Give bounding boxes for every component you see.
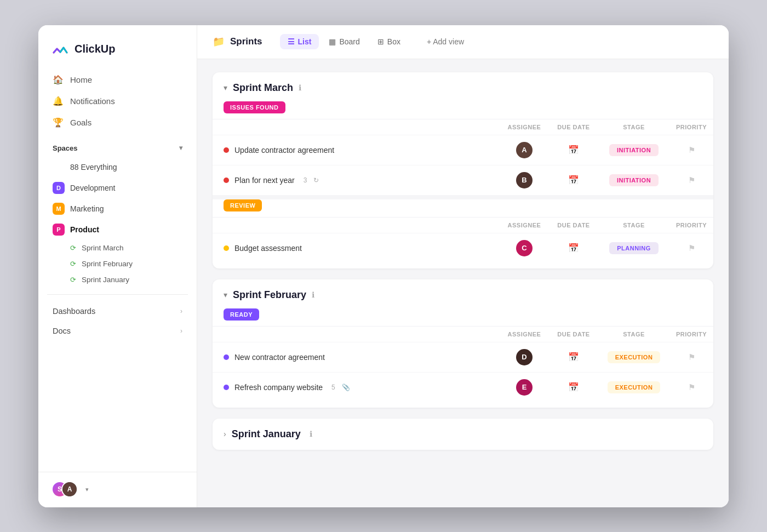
- col-duedate-header: DUE DATE: [549, 119, 598, 135]
- due-date-cell[interactable]: 📅: [549, 372, 598, 402]
- col-assignee-header: ASSIGNEE: [500, 326, 549, 342]
- sprint-march-review-table: ASSIGNEE DUE DATE STAGE PRIORITY: [213, 217, 713, 263]
- sidebar-bottom: S A ▾: [38, 472, 197, 507]
- app-window: ClickUp 🏠 Home 🔔 Notifications 🏆 Goals S…: [38, 25, 729, 507]
- sidebar-item-marketing-label: Marketing: [70, 204, 104, 213]
- sidebar-item-dashboards[interactable]: Dashboards ›: [38, 301, 197, 321]
- table-row[interactable]: Refresh company website 5 📎 E 📅 EXECUTI: [213, 372, 713, 402]
- col-task-name: [213, 326, 500, 342]
- due-date-cell[interactable]: 📅: [549, 233, 598, 263]
- tab-board[interactable]: ▦ Board: [321, 34, 367, 49]
- sprint-february-collapse-btn[interactable]: ▾: [224, 290, 227, 299]
- assignee-cell: A: [500, 135, 549, 165]
- sidebar-item-everything[interactable]: ⊞ 88 Everything: [45, 157, 190, 178]
- product-avatar: P: [53, 224, 65, 236]
- stage-cell: INITIATION: [598, 135, 669, 165]
- bell-icon: 🔔: [53, 96, 64, 106]
- col-duedate-header: DUE DATE: [549, 217, 598, 233]
- marketing-avatar: M: [53, 203, 65, 215]
- assignee-cell: B: [500, 165, 549, 195]
- priority-cell[interactable]: ⚑: [669, 342, 713, 372]
- sidebar-sub-sprint-march-label: Sprint March: [82, 244, 124, 252]
- task-dot: [224, 178, 229, 183]
- col-task-name: [213, 119, 500, 135]
- sprint-march-issues-table: ASSIGNEE DUE DATE STAGE PRIORITY: [213, 119, 713, 195]
- sidebar-item-docs[interactable]: Docs ›: [38, 321, 197, 341]
- due-date-cell[interactable]: 📅: [549, 135, 598, 165]
- priority-cell[interactable]: ⚑: [669, 372, 713, 402]
- dev-avatar: D: [53, 182, 65, 194]
- sidebar-item-development[interactable]: D Development: [45, 178, 190, 198]
- col-stage-header: STAGE: [598, 119, 669, 135]
- sidebar-item-home[interactable]: 🏠 Home: [45, 69, 190, 90]
- page-title-area: 📁 Sprints: [213, 36, 262, 48]
- dashboards-label: Dashboards: [53, 307, 95, 316]
- tab-box-label: Box: [387, 37, 400, 46]
- sprint-february-ready-table: ASSIGNEE DUE DATE STAGE PRIORITY: [213, 326, 713, 402]
- tab-box[interactable]: ⊞ Box: [370, 34, 408, 49]
- due-date-cell[interactable]: 📅: [549, 342, 598, 372]
- home-icon: 🏠: [53, 75, 64, 85]
- everything-icon: ⊞: [53, 161, 65, 173]
- sprint-march-collapse-btn[interactable]: ▾: [224, 83, 227, 92]
- tab-list-label: List: [298, 37, 312, 46]
- bottom-spacer: [213, 263, 713, 268]
- add-view-button[interactable]: + Add view: [419, 34, 472, 49]
- content-area: ▾ Sprint March ℹ ISSUES FOUND ASSIGNEE: [197, 59, 729, 507]
- user-avatars[interactable]: S A: [51, 481, 80, 499]
- tab-board-label: Board: [339, 37, 359, 46]
- sidebar-item-home-label: Home: [70, 75, 92, 84]
- view-tabs: ☰ List ▦ Board ⊞ Box: [280, 34, 408, 49]
- sidebar-sub-sprint-february[interactable]: ⟳ Sprint February: [45, 256, 190, 272]
- sprint-january-section: › Sprint January ℹ: [213, 419, 713, 450]
- task-count-badge: 3: [304, 176, 307, 184]
- sidebar-item-goals[interactable]: 🏆 Goals: [45, 112, 190, 133]
- board-tab-icon: ▦: [329, 37, 336, 46]
- task-dot: [224, 354, 229, 360]
- sprint-march-icon: ⟳: [70, 244, 76, 252]
- table-row[interactable]: Update contractor agreement A 📅 INITIATI…: [213, 135, 713, 165]
- sprint-march-review-badge: REVIEW: [224, 199, 262, 211]
- assignee-cell: E: [500, 372, 549, 402]
- user-chevron-icon[interactable]: ▾: [85, 486, 89, 493]
- stage-badge: EXECUTION: [608, 351, 661, 363]
- sidebar-item-everything-label: 88 Everything: [70, 163, 117, 171]
- due-date-cell[interactable]: 📅: [549, 165, 598, 195]
- sidebar-item-product[interactable]: P Product: [45, 219, 190, 240]
- sidebar: ClickUp 🏠 Home 🔔 Notifications 🏆 Goals S…: [38, 25, 197, 507]
- col-priority-header: PRIORITY: [669, 119, 713, 135]
- sprint-february-info-icon[interactable]: ℹ: [312, 290, 314, 299]
- flag-icon: ⚑: [688, 145, 695, 155]
- add-view-label: + Add view: [427, 37, 464, 46]
- sprint-january-info-icon[interactable]: ℹ: [310, 430, 312, 438]
- sprint-march-title: Sprint March: [233, 82, 293, 94]
- app-name: ClickUp: [75, 43, 115, 55]
- avatar: A: [516, 142, 533, 158]
- sidebar-sub-sprint-january-label: Sprint January: [82, 276, 129, 284]
- col-priority-header: PRIORITY: [669, 326, 713, 342]
- sprint-january-expand-btn[interactable]: ›: [224, 430, 226, 438]
- sprint-march-issues-badge: ISSUES FOUND: [224, 101, 285, 113]
- chevron-down-icon[interactable]: ▾: [179, 144, 182, 152]
- priority-cell[interactable]: ⚑: [669, 135, 713, 165]
- stage-badge: INITIATION: [609, 174, 659, 186]
- sprint-february-icon: ⟳: [70, 260, 76, 268]
- tab-list[interactable]: ☰ List: [280, 34, 319, 49]
- sidebar-sub-sprint-march[interactable]: ⟳ Sprint March: [45, 240, 190, 256]
- sidebar-item-notifications[interactable]: 🔔 Notifications: [45, 90, 190, 112]
- user-avatar-2: A: [61, 481, 78, 497]
- sprint-march-info-icon[interactable]: ℹ: [299, 83, 301, 92]
- sidebar-nav: 🏠 Home 🔔 Notifications 🏆 Goals: [38, 69, 197, 133]
- priority-cell[interactable]: ⚑: [669, 165, 713, 195]
- sidebar-sub-sprint-january[interactable]: ⟳ Sprint January: [45, 272, 190, 288]
- table-row[interactable]: Plan for next year 3 ↻ B 📅 INITIATION: [213, 165, 713, 195]
- docs-label: Docs: [53, 327, 71, 335]
- table-row[interactable]: New contractor agreement D 📅 EXECUTION: [213, 342, 713, 372]
- assignee-cell: C: [500, 233, 549, 263]
- stage-cell: INITIATION: [598, 165, 669, 195]
- sidebar-item-marketing[interactable]: M Marketing: [45, 198, 190, 219]
- table-row[interactable]: Budget assessment C 📅 PLANNING: [213, 233, 713, 263]
- group-separator: [213, 195, 713, 199]
- priority-cell[interactable]: ⚑: [669, 233, 713, 263]
- col-stage-header: STAGE: [598, 326, 669, 342]
